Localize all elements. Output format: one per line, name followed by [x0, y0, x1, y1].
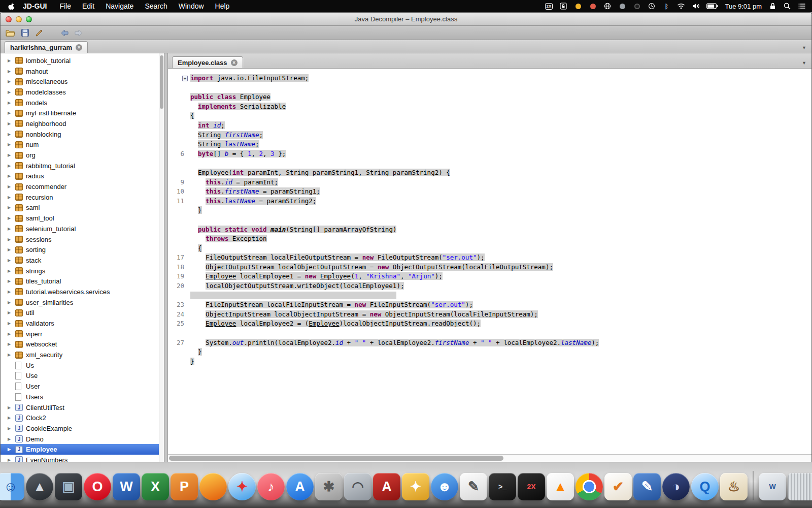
tree-item-lombok_tutorial[interactable]: ▶lombok_tutorial — [1, 55, 164, 66]
open-file-button[interactable] — [6, 29, 15, 37]
forward-button[interactable] — [75, 29, 83, 37]
disclosure-triangle-icon[interactable]: ▶ — [8, 405, 15, 410]
tree-item-models[interactable]: ▶models — [1, 98, 164, 108]
dock-launchpad-icon[interactable]: ▲ — [26, 473, 53, 500]
dock-messages-icon[interactable]: ☻ — [431, 473, 458, 500]
tree-item-CookieExample[interactable]: ▶JCookieExample — [1, 423, 164, 434]
tree-item-modelclasses[interactable]: ▶modelclasses — [1, 87, 164, 98]
dock-2x-client-icon[interactable]: 2X — [518, 473, 545, 500]
menu-item-file[interactable]: File — [54, 2, 77, 10]
menu-item-search[interactable]: Search — [139, 2, 173, 10]
wifi-icon[interactable] — [677, 2, 685, 10]
tree-item-util[interactable]: ▶util — [1, 308, 164, 319]
tab-harikrishna-gurram[interactable]: harikrishna_gurram ✕ — [5, 41, 88, 53]
tree-item-sorting[interactable]: ▶sorting — [1, 244, 164, 255]
disclosure-triangle-icon[interactable]: ▶ — [8, 437, 15, 441]
keychain-lock-icon[interactable] — [768, 2, 776, 10]
menu-item-help[interactable]: Help — [210, 2, 235, 10]
tree-item-tiles_tutorial[interactable]: ▶tiles_tutorial — [1, 276, 164, 287]
tree-item-miscellaneous[interactable]: ▶miscellaneous — [1, 76, 164, 87]
spotlight-icon[interactable] — [783, 2, 791, 10]
dock-excel-icon[interactable]: X — [142, 473, 169, 500]
tree-item-saml_tool[interactable]: ▶saml_tool — [1, 213, 164, 224]
dock-eclipse-icon[interactable]: ◑ — [662, 473, 690, 500]
dock-adobe-reader-icon[interactable]: A — [373, 473, 400, 500]
dock-minimized-word-doc-icon[interactable]: W — [759, 473, 786, 500]
disclosure-triangle-icon[interactable]: ▶ — [8, 258, 15, 263]
disclosure-triangle-icon[interactable]: ▶ — [8, 447, 15, 452]
tree-item-Us[interactable]: Us — [1, 360, 164, 371]
dock-quicktime-icon[interactable]: Q — [691, 473, 719, 500]
tree-item-recommender[interactable]: ▶recommender — [1, 181, 164, 192]
disclosure-triangle-icon[interactable]: ▶ — [8, 184, 15, 189]
swirl-icon[interactable] — [633, 2, 641, 10]
disclosure-triangle-icon[interactable]: ▶ — [8, 342, 15, 346]
tree-item-neighborhood[interactable]: ▶neighborhood — [1, 118, 164, 129]
menu-item-window[interactable]: Window — [173, 2, 210, 10]
disclosure-triangle-icon[interactable]: ▶ — [8, 111, 15, 115]
dock-app-store-icon[interactable]: A — [286, 473, 314, 500]
save-all-sources-button[interactable] — [21, 29, 29, 37]
tree-item-viperr[interactable]: ▶viperr — [1, 329, 164, 339]
brush-button[interactable] — [35, 29, 43, 37]
bluetooth-icon[interactable]: ᛒ — [662, 2, 670, 10]
tree-item-recursion[interactable]: ▶recursion — [1, 192, 164, 203]
back-button[interactable] — [60, 29, 69, 37]
tree-item-Demo[interactable]: ▶JDemo — [1, 434, 164, 444]
tree-item-mahout[interactable]: ▶mahout — [1, 66, 164, 77]
tree-item-Use[interactable]: Use — [1, 371, 164, 382]
disclosure-triangle-icon[interactable]: ▶ — [8, 174, 15, 178]
tree-item-nonblocking[interactable]: ▶nonblocking — [1, 129, 164, 140]
code-editor[interactable]: +import java.io.FileInputStream;public c… — [168, 69, 811, 454]
disclosure-triangle-icon[interactable]: ▶ — [8, 310, 15, 315]
secure-lock-icon[interactable] — [559, 2, 567, 10]
sidebar-scrollbar-thumb[interactable] — [160, 55, 163, 109]
tree-item-org[interactable]: ▶org — [1, 150, 164, 161]
tree-item-saml[interactable]: ▶saml — [1, 203, 164, 213]
tree-item-websocket[interactable]: ▶websocket — [1, 339, 164, 350]
dock-word-icon[interactable]: W — [113, 473, 140, 500]
disclosure-triangle-icon[interactable]: ▶ — [8, 279, 15, 283]
dock-system-preferences-icon[interactable]: ✱ — [315, 473, 343, 500]
screen-share-icon[interactable]: 2X — [545, 2, 553, 10]
disclosure-triangle-icon[interactable]: ▶ — [8, 142, 15, 147]
disclosure-triangle-icon[interactable]: ▶ — [8, 79, 15, 84]
dock-textedit-icon[interactable]: ✎ — [460, 473, 487, 500]
expand-imports-icon[interactable]: + — [182, 76, 188, 81]
dock-itunes-icon[interactable]: ♪ — [257, 473, 285, 500]
tree-item-EvenNumbers[interactable]: ▶JEvenNumbers — [1, 455, 164, 462]
code-tab-list-dropdown-icon[interactable]: ▼ — [802, 60, 806, 66]
window-titlebar[interactable]: Java Decompiler – Employee.class — [1, 13, 811, 26]
tree-item-xml_security[interactable]: ▶xml_security — [1, 350, 164, 360]
gray-status-icon[interactable] — [618, 2, 626, 10]
dock-opera-icon[interactable]: O — [84, 473, 111, 500]
disclosure-triangle-icon[interactable]: ▶ — [8, 216, 15, 220]
disclosure-triangle-icon[interactable]: ▶ — [8, 195, 15, 200]
menu-clock[interactable]: Tue 9:01 pm — [725, 3, 762, 10]
tab-close-icon[interactable]: ✕ — [76, 44, 82, 51]
dock-chrome-icon[interactable] — [576, 473, 603, 500]
tree-item-user_similarities[interactable]: ▶user_similarities — [1, 297, 164, 308]
tree-item-strings[interactable]: ▶strings — [1, 266, 164, 276]
dock-finder-icon[interactable]: ☺ — [0, 473, 24, 500]
disclosure-triangle-icon[interactable]: ▶ — [8, 353, 15, 357]
disclosure-triangle-icon[interactable]: ▶ — [8, 237, 15, 242]
zoom-button[interactable] — [26, 16, 32, 22]
disclosure-triangle-icon[interactable]: ▶ — [8, 227, 15, 231]
disclosure-triangle-icon[interactable]: ▶ — [8, 69, 15, 74]
apple-menu-icon[interactable] — [0, 3, 21, 10]
tree-item-rabbitmq_tutorial[interactable]: ▶rabbitmq_tutorial — [1, 161, 164, 171]
tree-item-ClientUtilTest[interactable]: ▶JClientUtilTest — [1, 402, 164, 413]
tree-item-User[interactable]: User — [1, 381, 164, 392]
tab-list-dropdown-icon[interactable]: ▼ — [802, 45, 806, 50]
dock-vlc-icon[interactable]: ▲ — [547, 473, 574, 500]
disclosure-triangle-icon[interactable]: ▶ — [8, 247, 15, 252]
menu-item-edit[interactable]: Edit — [77, 2, 100, 10]
disclosure-triangle-icon[interactable]: ▶ — [8, 300, 15, 305]
tab-employee-class[interactable]: Employee.class ✕ — [172, 56, 243, 68]
disclosure-triangle-icon[interactable]: ▶ — [8, 58, 15, 63]
dock-satellite-icon[interactable]: ◠ — [344, 473, 371, 500]
tree-item-selenium_tutorial[interactable]: ▶selenium_tutorial — [1, 224, 164, 234]
dock-design-tools-icon[interactable]: ✎ — [633, 473, 661, 500]
disclosure-triangle-icon[interactable]: ▶ — [8, 332, 15, 336]
